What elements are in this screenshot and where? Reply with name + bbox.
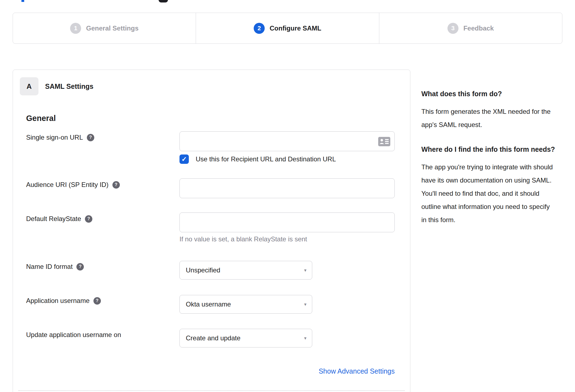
sso-checkbox-row: ✓ Use this for Recipient URL and Destina… xyxy=(179,154,336,164)
app-username-label: Application username xyxy=(26,297,90,305)
sso-url-input[interactable] xyxy=(179,131,395,151)
relay-state-help-icon[interactable]: ? xyxy=(85,215,92,223)
step-3-badge: 3 xyxy=(447,23,458,34)
name-id-format-label: Name ID format xyxy=(26,263,73,270)
section-a-badge: A xyxy=(20,77,38,95)
help-sidebar: What does this form do? This form genera… xyxy=(421,87,557,238)
section-dashed-divider xyxy=(18,390,405,391)
name-id-format-value: Unspecified xyxy=(186,266,220,274)
update-username-label-row: Update application username on xyxy=(26,331,121,339)
sidebar-heading-what: What does this form do? xyxy=(421,87,557,100)
chevron-down-icon: ▾ xyxy=(304,267,306,273)
app-username-value: Okta username xyxy=(186,300,231,308)
relay-state-hint: If no value is set, a blank RelayState i… xyxy=(179,235,307,243)
audience-uri-help-icon[interactable]: ? xyxy=(112,181,120,189)
page-title-fragment xyxy=(21,0,24,2)
show-advanced-settings-link[interactable]: Show Advanced Settings xyxy=(319,367,395,375)
app-username-label-row: Application username ? xyxy=(26,297,101,305)
sidebar-body-where: The app you're trying to integrate with … xyxy=(421,161,557,227)
step-2-badge: 2 xyxy=(254,23,265,34)
app-logo-fragment xyxy=(159,0,168,2)
sso-checkbox-label: Use this for Recipient URL and Destinati… xyxy=(196,155,336,163)
audience-uri-label: Audience URI (SP Entity ID) xyxy=(26,181,109,189)
section-title: SAML Settings xyxy=(45,82,93,90)
step-feedback[interactable]: 3 Feedback xyxy=(379,13,562,43)
step-1-label: General Settings xyxy=(86,24,139,32)
sso-url-label: Single sign-on URL xyxy=(26,134,83,141)
step-1-badge: 1 xyxy=(70,23,81,34)
chevron-down-icon: ▾ xyxy=(304,302,306,307)
sso-url-input-wrap xyxy=(179,131,395,151)
sso-url-label-row: Single sign-on URL ? xyxy=(26,134,94,141)
update-username-label: Update application username on xyxy=(26,331,121,339)
step-2-label: Configure SAML xyxy=(270,24,321,32)
contact-card-icon[interactable] xyxy=(378,137,390,146)
relay-state-input[interactable] xyxy=(179,212,395,232)
wizard-stepper: 1 General Settings 2 Configure SAML 3 Fe… xyxy=(13,13,562,44)
name-id-format-help-icon[interactable]: ? xyxy=(76,263,84,270)
step-3-label: Feedback xyxy=(463,24,494,32)
saml-settings-panel: A SAML Settings General Single sign-on U… xyxy=(13,70,410,392)
sso-checkbox[interactable]: ✓ xyxy=(179,154,189,164)
sso-url-help-icon[interactable]: ? xyxy=(87,134,94,141)
step-configure-saml[interactable]: 2 Configure SAML xyxy=(196,13,379,43)
group-title-general: General xyxy=(26,114,56,123)
update-username-select[interactable]: Create and update ▾ xyxy=(179,329,312,347)
relay-state-label: Default RelayState xyxy=(26,215,81,223)
name-id-format-select[interactable]: Unspecified ▾ xyxy=(179,261,312,280)
update-username-value: Create and update xyxy=(186,334,240,342)
app-username-select[interactable]: Okta username ▾ xyxy=(179,295,312,314)
app-username-help-icon[interactable]: ? xyxy=(93,297,101,305)
sidebar-heading-where: Where do I find the info this form needs… xyxy=(421,143,557,156)
audience-uri-label-row: Audience URI (SP Entity ID) ? xyxy=(26,181,120,189)
sidebar-body-what: This form generates the XML needed for t… xyxy=(421,105,557,131)
relay-state-label-row: Default RelayState ? xyxy=(26,215,92,223)
audience-uri-input[interactable] xyxy=(179,178,395,198)
chevron-down-icon: ▾ xyxy=(304,335,306,341)
step-general-settings[interactable]: 1 General Settings xyxy=(13,13,196,43)
name-id-format-label-row: Name ID format ? xyxy=(26,263,84,270)
